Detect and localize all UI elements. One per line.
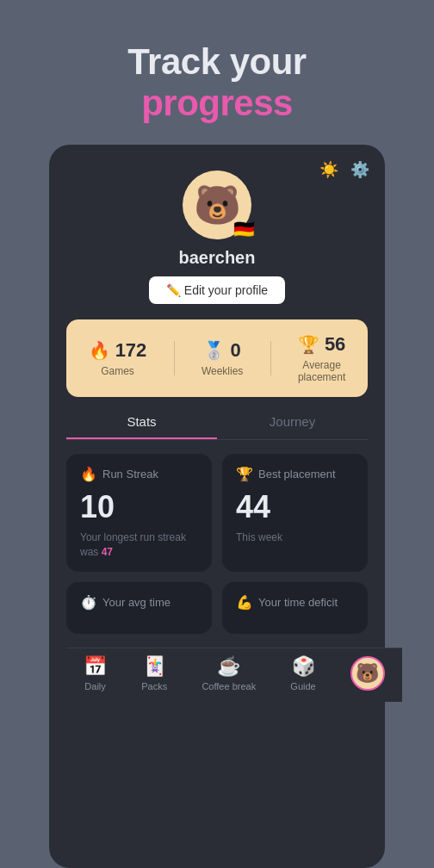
run-streak-sublabel: Your longest run streak was 47 [80, 530, 198, 560]
stat-divider-1 [174, 341, 175, 375]
games-value: 172 [115, 339, 147, 362]
metrics-grid: 🔥 Run Streak 10 Your longest run streak … [66, 454, 368, 634]
coffee-break-icon: ☕ [217, 655, 240, 678]
stat-divider-2 [270, 341, 271, 375]
games-emoji: 🔥 [89, 340, 110, 361]
packs-label: Packs [141, 681, 167, 691]
stats-banner: 🔥 172 Games 🥈 0 Weeklies 🏆 56 Averagepla… [66, 319, 368, 397]
time-deficit-emoji: 💪 [236, 594, 253, 611]
nav-avatar: 🐻 [350, 656, 385, 691]
avg-time-label: Your avg time [102, 596, 170, 609]
gear-icon[interactable]: ⚙️ [350, 160, 369, 179]
best-placement-label: Best placement [258, 468, 336, 480]
tab-stats[interactable]: Stats [66, 414, 217, 439]
weeklies-label: Weeklies [202, 365, 243, 377]
flag-badge: 🇩🇪 [233, 219, 255, 239]
time-deficit-label: Your time deficit [258, 596, 338, 609]
placement-label: Averageplacement [298, 359, 345, 383]
tabs-section: Stats Journey [66, 414, 368, 440]
main-card: ☀️ ⚙️ 🐻 🇩🇪 baerchen ✏️ Edit your profile… [49, 145, 385, 868]
stat-weeklies: 🥈 0 Weeklies [202, 339, 243, 377]
header-section: Track your progress [127, 41, 306, 124]
bottom-nav: 📅 Daily 🃏 Packs ☕ Coffee break 🎲 Guide 🐻 [66, 648, 402, 702]
daily-icon: 📅 [84, 655, 107, 678]
stat-placement: 🏆 56 Averageplacement [298, 333, 345, 383]
nav-guide[interactable]: 🎲 Guide [290, 655, 315, 691]
tab-journey[interactable]: Journey [217, 414, 368, 439]
stat-games: 🔥 172 Games [89, 339, 147, 377]
nav-daily[interactable]: 📅 Daily [84, 655, 107, 691]
run-streak-value: 10 [80, 489, 198, 525]
header-line1: Track your [127, 41, 306, 83]
best-placement-value: 44 [236, 489, 354, 525]
best-placement-emoji: 🏆 [236, 466, 253, 482]
metric-time-deficit: 💪 Your time deficit [222, 582, 368, 634]
weeklies-emoji: 🥈 [203, 340, 225, 361]
username: baerchen [179, 248, 256, 268]
run-streak-label: Run Streak [102, 468, 158, 480]
daily-label: Daily [84, 681, 105, 691]
nav-coffee-break[interactable]: ☕ Coffee break [202, 655, 256, 691]
placement-emoji: 🏆 [298, 334, 319, 355]
games-label: Games [101, 365, 134, 377]
sun-icon[interactable]: ☀️ [319, 160, 338, 179]
best-placement-sublabel: This week [236, 530, 354, 545]
metric-avg-time: ⏱️ Your avg time [66, 582, 212, 634]
avg-time-emoji: ⏱️ [80, 594, 97, 611]
coffee-break-label: Coffee break [202, 681, 256, 691]
placement-value: 56 [325, 333, 345, 356]
header-line2: progress [127, 83, 306, 124]
metric-best-placement: 🏆 Best placement 44 This week [222, 454, 368, 572]
guide-icon: 🎲 [292, 655, 315, 678]
profile-section: 🐻 🇩🇪 baerchen ✏️ Edit your profile [66, 170, 368, 304]
guide-label: Guide [290, 681, 315, 691]
avatar: 🐻 🇩🇪 [183, 170, 251, 239]
packs-icon: 🃏 [143, 655, 166, 678]
metric-run-streak: 🔥 Run Streak 10 Your longest run streak … [66, 454, 212, 572]
run-streak-emoji: 🔥 [80, 466, 97, 482]
card-icons: ☀️ ⚙️ [319, 160, 369, 179]
edit-profile-button[interactable]: ✏️ Edit your profile [149, 276, 285, 304]
nav-packs[interactable]: 🃏 Packs [141, 655, 167, 691]
nav-profile[interactable]: 🐻 [350, 656, 385, 691]
weeklies-value: 0 [230, 339, 240, 362]
